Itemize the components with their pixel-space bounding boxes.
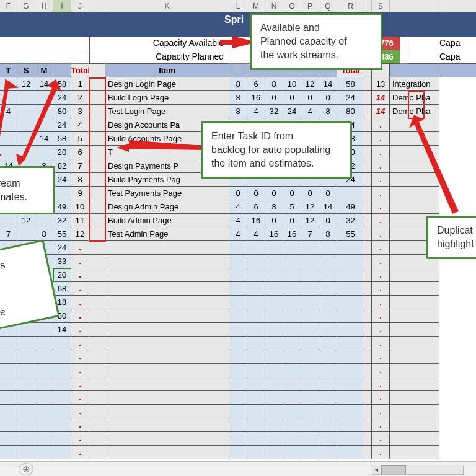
cell-item2[interactable]: [390, 323, 439, 337]
cell-gap[interactable]: [89, 200, 105, 214]
cell-taskid2[interactable]: .: [372, 323, 390, 337]
cell-item[interactable]: Test Payments Page: [105, 187, 229, 200]
cell-empty[interactable]: [105, 446, 229, 459]
cell-empty[interactable]: [17, 405, 35, 418]
cell-taskid[interactable]: .: [71, 255, 89, 268]
cell-gap[interactable]: [89, 159, 105, 173]
cell-taskid[interactable]: .: [71, 268, 89, 282]
cell-m[interactable]: [35, 214, 53, 227]
cell-total2[interactable]: 24: [337, 91, 364, 105]
cell-item2[interactable]: [390, 309, 439, 323]
cell-empty[interactable]: [265, 350, 283, 364]
cell-gap[interactable]: [364, 255, 372, 268]
cell-taskid2[interactable]: .: [372, 241, 390, 255]
cell-taskid[interactable]: .: [71, 309, 89, 323]
cell-q[interactable]: [319, 268, 337, 282]
cell-t[interactable]: [0, 214, 17, 227]
cell-p[interactable]: 7: [301, 227, 319, 241]
col-letter[interactable]: [364, 0, 372, 12]
cell-empty[interactable]: [89, 350, 105, 364]
cell-empty[interactable]: [229, 337, 247, 350]
cell-q[interactable]: 14: [319, 200, 337, 214]
cell-item2[interactable]: [390, 296, 439, 309]
cell-empty[interactable]: [229, 364, 247, 377]
cell-empty[interactable]: .: [71, 418, 89, 432]
cell-taskid[interactable]: 2: [71, 91, 89, 105]
scroll-left-icon[interactable]: ◄: [371, 465, 381, 474]
cell-empty[interactable]: [265, 337, 283, 350]
cell-empty[interactable]: [17, 446, 35, 459]
cell-gap[interactable]: [89, 282, 105, 296]
cell-total2[interactable]: [337, 282, 364, 296]
cell-empty[interactable]: [301, 391, 319, 405]
cell-empty[interactable]: [53, 337, 71, 350]
cell-m2[interactable]: [247, 241, 265, 255]
cell-gap[interactable]: [364, 268, 372, 282]
cell-item[interactable]: [105, 255, 229, 268]
cell-total[interactable]: 33: [53, 255, 71, 268]
cell-empty[interactable]: [364, 364, 372, 377]
cell-empty[interactable]: [319, 432, 337, 446]
cell-m2[interactable]: 4: [247, 227, 265, 241]
cell-taskid2[interactable]: 14: [372, 105, 390, 118]
cell-empty[interactable]: [105, 337, 229, 350]
cell-s[interactable]: [17, 227, 35, 241]
cell-empty[interactable]: .: [372, 364, 390, 377]
cell-n[interactable]: [265, 296, 283, 309]
cell-empty[interactable]: [364, 350, 372, 364]
cell-l[interactable]: [229, 323, 247, 337]
cell-q[interactable]: [319, 241, 337, 255]
cell-m2[interactable]: [247, 309, 265, 323]
cell-empty[interactable]: [283, 446, 301, 459]
cell-empty[interactable]: [319, 391, 337, 405]
cell-taskid2[interactable]: .: [372, 214, 390, 227]
cell-item[interactable]: Design Admin Page: [105, 200, 229, 214]
cell-taskid2[interactable]: .: [372, 309, 390, 323]
cell-item2[interactable]: [390, 268, 439, 282]
col-letter[interactable]: J: [71, 0, 89, 12]
cell-empty[interactable]: [390, 350, 439, 364]
cell-empty[interactable]: [283, 418, 301, 432]
cell-empty[interactable]: [0, 337, 17, 350]
cell-taskid2[interactable]: .: [372, 282, 390, 296]
cell-empty[interactable]: [364, 391, 372, 405]
cell-p[interactable]: [301, 255, 319, 268]
cell-empty[interactable]: [283, 405, 301, 418]
cell-item2[interactable]: Integration: [390, 77, 439, 91]
cell-total2[interactable]: 55: [337, 227, 364, 241]
cell-gap[interactable]: [364, 77, 372, 91]
cell-gap[interactable]: [364, 323, 372, 337]
cell-empty[interactable]: [229, 350, 247, 364]
cell-l[interactable]: [229, 282, 247, 296]
cell-empty[interactable]: [89, 391, 105, 405]
cell-o[interactable]: 10: [283, 77, 301, 91]
cell-total[interactable]: 49: [53, 200, 71, 214]
cell-empty[interactable]: [364, 405, 372, 418]
horizontal-scrollbar[interactable]: ◄: [371, 465, 464, 475]
cell-empty[interactable]: [247, 418, 265, 432]
cell-p[interactable]: [301, 323, 319, 337]
cell-q[interactable]: 0: [319, 214, 337, 227]
cell-empty[interactable]: [319, 337, 337, 350]
cell-empty[interactable]: [247, 364, 265, 377]
cell-gap[interactable]: [364, 187, 372, 200]
cell-p[interactable]: [301, 282, 319, 296]
cell-empty[interactable]: [17, 418, 35, 432]
cell-gap[interactable]: [89, 173, 105, 187]
cell-empty[interactable]: [337, 364, 364, 377]
cell-taskid2[interactable]: 14: [372, 91, 390, 105]
cell-m2[interactable]: [247, 323, 265, 337]
cell-empty[interactable]: [89, 337, 105, 350]
cell-empty[interactable]: .: [71, 337, 89, 350]
cell-empty[interactable]: [301, 337, 319, 350]
cell-empty[interactable]: [53, 405, 71, 418]
cell-empty[interactable]: [89, 377, 105, 391]
cell-empty[interactable]: [105, 405, 229, 418]
cell-empty[interactable]: [390, 446, 439, 459]
cell-m2[interactable]: 16: [247, 91, 265, 105]
cell-l[interactable]: 8: [229, 91, 247, 105]
cell-gap[interactable]: [89, 241, 105, 255]
cell-total[interactable]: 20: [53, 268, 71, 282]
cell-empty[interactable]: [35, 377, 53, 391]
cell-taskid[interactable]: .: [71, 296, 89, 309]
